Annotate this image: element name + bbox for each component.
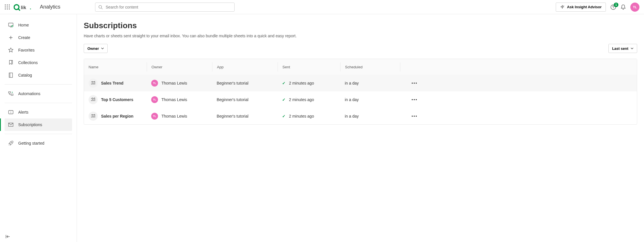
chart-icon (89, 112, 98, 121)
svg-rect-20 (11, 94, 13, 95)
insight-label: Ask Insight Advisor (567, 5, 602, 9)
svg-rect-18 (9, 73, 13, 77)
sidebar-item-catalog[interactable]: Catalog (5, 69, 72, 81)
svg-rect-3 (5, 7, 6, 7)
sidebar-item-label: Catalog (18, 73, 32, 77)
notifications-button[interactable] (621, 4, 626, 10)
chevron-down-icon (101, 48, 104, 49)
user-avatar[interactable]: TL (630, 3, 639, 12)
help-badge: 1 (614, 3, 618, 7)
column-sent[interactable]: Sent (278, 62, 340, 71)
svg-text:lik: lik (21, 5, 26, 10)
table-header: Name Owner App Sent Scheduled (84, 59, 637, 75)
svg-point-25 (11, 142, 12, 143)
svg-rect-19 (9, 92, 11, 93)
nav-divider (5, 84, 72, 85)
owner-avatar: TL (151, 80, 158, 87)
sidebar-item-label: Collections (18, 60, 38, 65)
collapse-sidebar-button[interactable] (6, 235, 11, 239)
table-row[interactable]: Top 5 Customers TL Thomas Lewis Beginner… (84, 91, 637, 108)
sidebar-item-alerts[interactable]: Alerts (5, 106, 72, 118)
app-launcher-icon[interactable] (5, 4, 10, 10)
svg-rect-0 (5, 5, 6, 5)
chevron-down-icon (631, 48, 633, 49)
column-name[interactable]: Name (84, 62, 147, 71)
sidebar-item-getting-started[interactable]: Getting started (5, 137, 72, 149)
sidebar-item-label: Getting started (18, 141, 44, 145)
svg-point-21 (12, 92, 13, 93)
filter-label: Owner (87, 46, 99, 51)
sidebar-item-favorites[interactable]: Favorites (5, 44, 72, 56)
sidebar-item-create[interactable]: Create (5, 31, 72, 44)
subscription-name: Sales per Region (101, 114, 134, 118)
page-description: Have charts or sheets sent straight to y… (84, 34, 637, 38)
subscription-name: Sales Trend (101, 81, 124, 85)
column-owner[interactable]: Owner (147, 62, 212, 71)
scheduled-time: in a day (340, 81, 400, 85)
column-scheduled[interactable]: Scheduled (340, 62, 400, 71)
scheduled-time: in a day (340, 97, 400, 102)
app-name: Analytics (40, 4, 60, 10)
chart-icon (89, 79, 98, 88)
mail-icon (8, 123, 14, 127)
nav-divider (5, 103, 72, 103)
app-name-cell: Beginner's tutorial (212, 114, 278, 118)
table-row[interactable]: Sales Trend TL Thomas Lewis Beginner's t… (84, 75, 637, 91)
sent-time: 2 minutes ago (289, 81, 314, 85)
automation-icon (8, 91, 14, 96)
svg-rect-2 (9, 5, 10, 5)
svg-rect-1 (7, 5, 8, 5)
sidebar-item-label: Create (18, 35, 30, 40)
svg-rect-7 (7, 9, 8, 9)
svg-rect-6 (5, 9, 6, 9)
check-icon: ✓ (282, 97, 286, 102)
app-name-cell: Beginner's tutorial (212, 81, 278, 85)
svg-rect-4 (7, 7, 8, 7)
scheduled-time: in a day (340, 114, 400, 118)
svg-point-11 (30, 8, 31, 9)
owner-name: Thomas Lewis (161, 114, 187, 118)
sidebar-item-subscriptions[interactable]: Subscriptions (5, 118, 72, 131)
sidebar-item-label: Alerts (18, 110, 28, 114)
rocket-icon (8, 141, 14, 146)
row-more-button[interactable] (405, 116, 424, 117)
svg-point-23 (11, 113, 11, 113)
search-field[interactable] (106, 5, 231, 9)
main-content: Subscriptions Have charts or sheets sent… (77, 14, 644, 242)
column-app[interactable]: App (212, 62, 278, 71)
app-name-cell: Beginner's tutorial (212, 97, 278, 102)
svg-point-13 (563, 5, 564, 6)
sidebar-item-home[interactable]: Home (5, 19, 72, 31)
svg-point-17 (12, 26, 13, 27)
svg-point-15 (613, 8, 614, 9)
svg-rect-8 (9, 9, 10, 9)
sent-time: 2 minutes ago (289, 114, 314, 118)
row-more-button[interactable] (405, 99, 424, 100)
search-input[interactable] (95, 3, 235, 12)
owner-filter-button[interactable]: Owner (84, 44, 108, 53)
sent-time: 2 minutes ago (289, 97, 314, 102)
owner-name: Thomas Lewis (161, 81, 187, 85)
subscriptions-table: Name Owner App Sent Scheduled Sales Tren… (84, 59, 637, 125)
chart-icon (89, 95, 98, 104)
owner-avatar: TL (151, 96, 158, 103)
svg-point-12 (99, 5, 102, 8)
alert-icon (8, 110, 14, 114)
sidebar-item-collections[interactable]: Collections (5, 56, 72, 69)
sidebar-item-automations[interactable]: Automations (5, 87, 72, 100)
catalog-icon (8, 73, 14, 78)
help-button[interactable]: 1 (610, 4, 616, 10)
row-more-button[interactable] (405, 83, 424, 84)
sidebar-item-label: Automations (18, 91, 40, 96)
sidebar-item-label: Subscriptions (18, 122, 42, 127)
table-row[interactable]: Sales per Region TL Thomas Lewis Beginne… (84, 108, 637, 124)
ask-insight-advisor-button[interactable]: Ask Insight Advisor (556, 3, 606, 12)
app-header: lik Analytics Ask Insight Advisor 1 TL (0, 0, 644, 14)
check-icon: ✓ (282, 114, 286, 118)
search-icon (98, 5, 103, 9)
sparkle-icon (560, 5, 565, 9)
sort-label: Last sent (612, 46, 628, 51)
sort-button[interactable]: Last sent (608, 44, 637, 53)
check-icon: ✓ (282, 81, 286, 85)
qlik-logo[interactable]: lik (14, 3, 34, 11)
